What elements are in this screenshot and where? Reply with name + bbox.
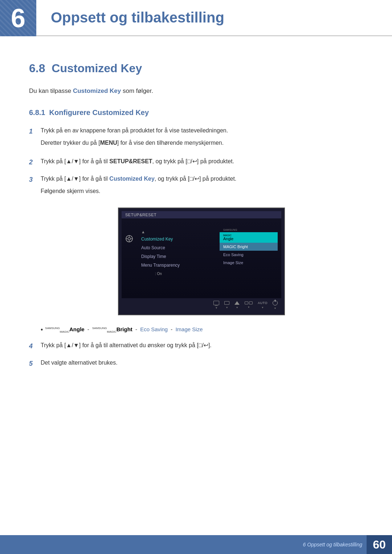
triangle-up-icon bbox=[234, 301, 240, 305]
left-menu-item-customized: Customized Key bbox=[137, 235, 216, 243]
section-title: Customized Key bbox=[52, 62, 142, 75]
intro-paragraph: Du kan tilpasse Customized Key som følge… bbox=[29, 86, 363, 96]
step-2: 2 Trykk på [▲/▼] for å gå til SETUP&RESE… bbox=[29, 157, 363, 168]
options-bullet-list: • SAMSUNGMAGICAngle - SAMSUNGMAGICBright… bbox=[41, 326, 363, 333]
left-item-1-label: Customized Key bbox=[141, 237, 173, 242]
intro-text-after: som følger. bbox=[121, 87, 153, 94]
samsung-super-2: SAMSUNG bbox=[92, 327, 107, 330]
page-footer: 6 Oppsett og tilbakestilling 60 bbox=[0, 535, 392, 554]
bullet-content: SAMSUNGMAGICAngle - SAMSUNGMAGICBright -… bbox=[45, 326, 203, 333]
step-1: 1 Trykk på en av knappene foran på produ… bbox=[29, 126, 363, 150]
step-5-number: 5 bbox=[29, 358, 41, 369]
bottom-icon-3: ▼ bbox=[234, 301, 240, 309]
main-content: 6.8 Customized Key Du kan tilpasse Custo… bbox=[0, 51, 392, 405]
gear-icon bbox=[125, 235, 133, 243]
step-4-content: Trykk på [▲/▼] for å gå til alternativet… bbox=[41, 341, 363, 350]
on-label: : On bbox=[137, 272, 216, 276]
menu-right: SAMSUNG MAGIC Angle MAGIC Bright Eco Sav… bbox=[220, 224, 278, 295]
bottom-icon-4: ▼ bbox=[245, 301, 253, 308]
angle-label: Angle bbox=[69, 326, 85, 332]
menu-left: ▲ Customized Key Auto Source Display Tim… bbox=[137, 224, 216, 295]
footer-page-number: 60 bbox=[367, 535, 392, 554]
step-3-content: Trykk på [▲/▼] for å gå til Customized K… bbox=[41, 174, 363, 198]
image-size-label: Image Size bbox=[175, 326, 203, 332]
step-4-number: 4 bbox=[29, 341, 41, 352]
step-1-content: Trykk på en av knappene foran på produkt… bbox=[41, 126, 363, 150]
left-item-2-label: Auto Source bbox=[141, 245, 165, 250]
right-item-image-size: Image Size bbox=[220, 259, 278, 267]
bottom-icon-1-arrow: ▼ bbox=[215, 307, 218, 309]
window-icon bbox=[224, 301, 229, 305]
left-menu-item-auto: Auto Source bbox=[137, 243, 216, 252]
step-5-text: Det valgte alternativet brukes. bbox=[41, 360, 118, 366]
step-5-content: Det valgte alternativet brukes. bbox=[41, 358, 363, 368]
left-menu-item-menu: Menu Transparency bbox=[137, 261, 216, 270]
step-4: 4 Trykk på [▲/▼] for å gå til alternativ… bbox=[29, 341, 363, 352]
intro-bold: Customized Key bbox=[73, 87, 121, 94]
magic-sub-1: MAGIC bbox=[60, 330, 69, 333]
step-1-number: 1 bbox=[29, 126, 41, 137]
power-icon: ▼ bbox=[273, 300, 278, 309]
subsection-heading: 6.8.1 Konfigurere Customized Key bbox=[29, 108, 363, 117]
chapter-number: 6 bbox=[11, 5, 25, 31]
steps-list-2: 4 Trykk på [▲/▼] for å gå til alternativ… bbox=[29, 341, 363, 369]
magic-sub-2: MAGIC bbox=[107, 330, 116, 333]
step-3-bold: Customized Key bbox=[109, 176, 154, 182]
right-item-eco-saving: Eco Saving bbox=[220, 251, 278, 259]
page-header: 6 Oppsett og tilbakestilling bbox=[0, 0, 392, 36]
screenshot-bottom-bar: ▼ ▼ ▼ ▼ bbox=[122, 298, 281, 312]
bottom-icon-1: ▼ bbox=[213, 301, 219, 309]
monitor-icon bbox=[213, 301, 219, 305]
screenshot: SETUP&RESET bbox=[118, 208, 285, 315]
section-number: 6.8 bbox=[29, 62, 45, 75]
menu-title-bar: SETUP&RESET bbox=[122, 211, 281, 218]
options-bullet-item: • SAMSUNGMAGICAngle - SAMSUNGMAGICBright… bbox=[41, 326, 363, 333]
left-item-up-arrow: ▲ bbox=[137, 230, 216, 234]
chapter-title: Oppsett og tilbakestilling bbox=[51, 9, 224, 26]
bullet-dot: • bbox=[41, 327, 43, 333]
chapter-number-block: 6 bbox=[0, 0, 36, 36]
right-item-magic-angle: MAGIC Angle bbox=[220, 232, 278, 243]
screenshot-container: SETUP&RESET bbox=[40, 208, 363, 315]
step-4-text: Trykk på [▲/▼] for å gå til alternativet… bbox=[41, 342, 212, 348]
section-heading: 6.8 Customized Key bbox=[29, 62, 363, 75]
samsung-label-right: SAMSUNG bbox=[220, 227, 278, 232]
subsection-number: 6.8.1 bbox=[29, 108, 45, 116]
eco-saving-label: Eco Saving bbox=[140, 326, 168, 332]
step-5: 5 Det valgte alternativet brukes. bbox=[29, 358, 363, 369]
step-3: 3 Trykk på [▲/▼] for å gå til Customized… bbox=[29, 174, 363, 198]
gear-icon-container bbox=[125, 224, 133, 295]
left-item-3-label: Display Time bbox=[141, 254, 166, 259]
svg-point-1 bbox=[128, 238, 131, 240]
step-3-text: Trykk på [▲/▼] for å gå til Customized K… bbox=[41, 176, 236, 182]
menu-area: ▲ Customized Key Auto Source Display Tim… bbox=[122, 218, 281, 298]
menu-title: SETUP&RESET bbox=[125, 213, 156, 217]
left-item-4-label: Menu Transparency bbox=[141, 263, 180, 268]
left-menu-item-display: Display Time bbox=[137, 252, 216, 261]
intro-text-before: Du kan tilpasse bbox=[29, 87, 73, 94]
subsection-title: Konfigurere Customized Key bbox=[49, 108, 149, 116]
step-2-bold: SETUP&RESET bbox=[109, 158, 152, 164]
steps-list: 1 Trykk på en av knappene foran på produ… bbox=[29, 126, 363, 198]
step-3-number: 3 bbox=[29, 174, 41, 185]
step-1-text: Trykk på en av knappene foran på produkt… bbox=[41, 127, 228, 134]
step-2-number: 2 bbox=[29, 157, 41, 168]
auto-label: AUTO ▼ bbox=[258, 301, 268, 309]
step-3-sub: Følgende skjerm vises. bbox=[41, 186, 363, 196]
footer-text: 6 Oppsett og tilbakestilling bbox=[303, 542, 367, 547]
step-2-content: Trykk på [▲/▼] for å gå til SETUP&RESET,… bbox=[41, 157, 363, 166]
chapter-title-block: Oppsett og tilbakestilling bbox=[36, 0, 392, 36]
step-2-text: Trykk på [▲/▼] for å gå til SETUP&RESET,… bbox=[41, 158, 234, 164]
step-1-sub: Deretter trykker du på [MENU] for å vise… bbox=[41, 138, 363, 148]
right-item-magic-bright: MAGIC Bright bbox=[220, 243, 278, 251]
bright-label: Bright bbox=[117, 326, 132, 332]
samsung-super-1: SAMSUNG bbox=[45, 327, 60, 330]
bottom-icon-2: ▼ bbox=[224, 301, 229, 309]
